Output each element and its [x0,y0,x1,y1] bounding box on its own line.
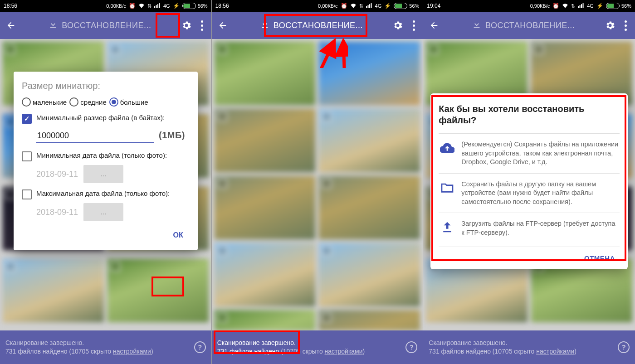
svg-rect-0 [154,6,155,8]
thumbnail[interactable] [319,42,420,105]
footer-settings-link[interactable]: настройками [113,348,151,355]
panel-1: 18:56 0,00КБ/с ⏰ ⇅ 4G ⚡ 56% [0,0,212,364]
thumbnail[interactable] [319,176,420,239]
recover-option-cloud-text: (Рекомендуется) Сохранить файлы на прило… [461,140,619,167]
thumbnail-checkbox[interactable] [322,313,332,323]
footer-settings-link[interactable]: настройками [325,348,363,355]
min-date-picker-button[interactable]: ... [83,165,123,183]
checkbox-min-size[interactable] [22,114,32,124]
recover-option-folder[interactable]: Сохранить файлы в другую папку на вашем … [439,173,620,213]
battery-icon: 56% [394,3,419,9]
thumbnail-checkbox[interactable] [5,262,15,272]
download-icon [472,19,482,31]
recover-option-cloud[interactable]: (Рекомендуется) Сохранить файлы на прило… [439,133,620,173]
svg-rect-8 [578,6,579,8]
help-button[interactable]: ? [618,341,630,353]
status-net: 4G [587,3,594,9]
ok-button[interactable]: ОК [166,228,189,243]
updown-icon: ⇅ [359,3,363,9]
back-button[interactable] [5,19,17,32]
settings-button[interactable] [603,19,617,32]
thumbnail[interactable] [215,109,316,172]
recover-option-folder-text: Сохранить файлы в другую папку на вашем … [461,180,619,207]
status-speed: 0,00КБ/с [318,3,338,9]
signal-icon [366,3,372,10]
svg-rect-5 [367,5,368,8]
thumbnail-grid [212,39,423,330]
thumbnail-checkbox[interactable] [217,179,227,189]
thumbnail-checkbox[interactable] [322,112,332,121]
thumbnail[interactable] [319,243,420,306]
thumbnail-checkbox[interactable] [110,262,120,272]
charge-icon: ⚡ [596,3,603,9]
alarm-icon: ⏰ [552,3,559,9]
thumbnail-checkbox[interactable] [534,44,544,54]
app-title: ВОССТАНОВЛЕНИЕ... [62,21,151,30]
settings-button[interactable] [391,19,405,32]
radio-large[interactable]: большие [109,97,148,107]
min-size-annotation: (1МБ) [159,130,185,141]
panel-3: 19:04 0,90КБ/с ⏰ ⇅ 4G ⚡ 56% ВОССТАНОВЛЕН… [423,0,635,364]
app-title: ВОССТАНОВЛЕНИЕ... [274,21,363,30]
thumbnail[interactable] [215,176,316,239]
thumbnail-checkbox[interactable] [217,246,227,256]
footer-bar: Сканирование завершено. 731 файлов найде… [423,330,635,364]
help-button[interactable]: ? [405,341,417,353]
thumbnail[interactable] [215,310,316,330]
thumbnail-checkbox[interactable] [217,313,227,323]
footer-bar: Сканирование завершено. 731 файлов найде… [212,330,423,364]
thumbnail[interactable] [215,243,316,306]
cloud-upload-icon [440,140,455,155]
thumbnail[interactable] [319,310,420,330]
radio-medium[interactable]: средние [69,97,107,107]
thumbnail-checkbox[interactable] [217,112,227,121]
recover-option-ftp[interactable]: Загрузить файлы на FTP-сервер (требует д… [439,213,620,243]
cancel-button[interactable]: ОТМЕНА [580,252,620,265]
back-button[interactable] [428,19,440,32]
footer-line1: Сканирование завершено. [429,339,618,347]
thumbnail[interactable] [107,259,209,322]
thumbnail-checkbox[interactable] [322,246,332,256]
thumbnail-checkbox[interactable] [322,179,332,189]
thumbnail-checkbox[interactable] [217,44,227,54]
min-date-value: 2018-09-11 [36,170,78,179]
overflow-menu-button[interactable] [621,20,630,31]
updown-icon: ⇅ [147,3,151,9]
thumbnail[interactable] [3,259,104,322]
wifi-icon [350,3,357,10]
radio-small[interactable]: маленькие [22,97,67,107]
help-button[interactable]: ? [194,341,206,353]
charge-icon: ⚡ [384,3,391,9]
download-icon [260,19,270,31]
min-size-input[interactable] [36,129,154,143]
checkbox-max-date[interactable] [22,189,32,199]
svg-rect-6 [369,4,370,8]
footer-bar: Сканирование завершено. 731 файлов найде… [0,330,211,364]
app-bar: ВОССТАНОВЛЕНИЕ... [0,12,211,39]
overflow-menu-button[interactable] [198,20,207,31]
thumbnail-checkbox[interactable] [5,44,15,54]
overflow-menu-button[interactable] [409,20,418,31]
dialog-title: Размер миниатюр: [22,81,190,91]
thumbnail[interactable] [319,109,420,172]
thumbnail-checkbox[interactable] [322,44,332,54]
max-date-picker-button[interactable]: ... [83,203,123,221]
status-bar: 18:56 0,00КБ/с ⏰ ⇅ 4G ⚡ 56% [212,0,423,12]
back-button[interactable] [216,19,229,32]
thumbnail-checkbox[interactable] [110,44,120,54]
checkbox-min-date[interactable] [22,151,32,161]
status-time: 19:04 [427,3,440,9]
status-net: 4G [375,3,382,9]
thumbnail[interactable] [215,42,316,105]
checkbox-min-size-label: Минимальный размер файла (в байтах): [36,114,165,121]
max-date-value: 2018-09-11 [36,208,78,217]
status-time: 18:56 [215,3,229,9]
app-bar: ВОССТАНОВЛЕНИЕ... [212,12,423,39]
download-icon [48,19,58,31]
settings-dialog: Размер миниатюр: маленькие средние больш… [14,72,198,250]
thumbnail-checkbox[interactable] [429,44,439,54]
svg-rect-10 [581,4,582,8]
footer-settings-link[interactable]: настройками [536,348,574,355]
settings-button[interactable] [180,19,193,32]
status-net: 4G [163,3,170,9]
